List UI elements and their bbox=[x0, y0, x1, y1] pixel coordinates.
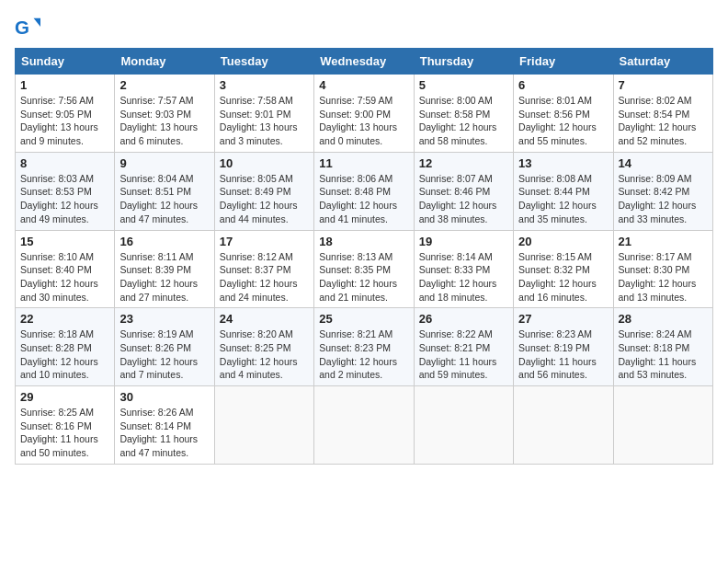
calendar-header-wednesday: Wednesday bbox=[314, 49, 414, 75]
cell-info: Sunrise: 8:04 AM Sunset: 8:51 PM Dayligh… bbox=[119, 172, 209, 226]
calendar-header-monday: Monday bbox=[115, 49, 214, 75]
calendar-cell: 21 Sunrise: 8:17 AM Sunset: 8:30 PM Dayl… bbox=[613, 230, 712, 308]
calendar-header-row: SundayMondayTuesdayWednesdayThursdayFrid… bbox=[16, 49, 713, 75]
cell-info: Sunrise: 8:18 AM Sunset: 8:28 PM Dayligh… bbox=[20, 327, 109, 382]
cell-day-number: 24 bbox=[220, 312, 309, 326]
calendar-cell: 28 Sunrise: 8:24 AM Sunset: 8:18 PM Dayl… bbox=[613, 308, 712, 386]
cell-info: Sunrise: 7:56 AM Sunset: 9:05 PM Dayligh… bbox=[20, 94, 109, 148]
cell-info: Sunrise: 8:25 AM Sunset: 8:16 PM Dayligh… bbox=[20, 406, 109, 460]
cell-info: Sunrise: 8:08 AM Sunset: 8:44 PM Dayligh… bbox=[518, 172, 608, 226]
cell-info: Sunrise: 8:24 AM Sunset: 8:18 PM Dayligh… bbox=[619, 327, 708, 382]
calendar-cell: 25 Sunrise: 8:21 AM Sunset: 8:23 PM Dayl… bbox=[314, 308, 414, 386]
calendar-cell: 15 Sunrise: 8:10 AM Sunset: 8:40 PM Dayl… bbox=[16, 230, 115, 308]
cell-day-number: 5 bbox=[419, 78, 508, 92]
cell-day-number: 17 bbox=[220, 235, 309, 248]
cell-info: Sunrise: 8:10 AM Sunset: 8:40 PM Dayligh… bbox=[20, 250, 109, 304]
cell-info: Sunrise: 8:07 AM Sunset: 8:46 PM Dayligh… bbox=[419, 172, 508, 226]
calendar-cell: 18 Sunrise: 8:13 AM Sunset: 8:35 PM Dayl… bbox=[314, 230, 414, 308]
cell-info: Sunrise: 8:26 AM Sunset: 8:14 PM Dayligh… bbox=[119, 406, 209, 460]
calendar-week-row: 29 Sunrise: 8:25 AM Sunset: 8:16 PM Dayl… bbox=[16, 386, 713, 465]
cell-day-number: 6 bbox=[518, 78, 608, 92]
cell-day-number: 14 bbox=[619, 156, 708, 170]
calendar-header-thursday: Thursday bbox=[414, 49, 513, 75]
calendar-cell: 23 Sunrise: 8:19 AM Sunset: 8:26 PM Dayl… bbox=[115, 308, 214, 386]
calendar-cell: 26 Sunrise: 8:22 AM Sunset: 8:21 PM Dayl… bbox=[414, 308, 513, 386]
logo-icon: G bbox=[15, 15, 40, 40]
calendar-week-row: 15 Sunrise: 8:10 AM Sunset: 8:40 PM Dayl… bbox=[16, 230, 713, 308]
calendar-header-sunday: Sunday bbox=[16, 49, 115, 75]
cell-day-number: 1 bbox=[20, 78, 109, 92]
calendar-cell: 12 Sunrise: 8:07 AM Sunset: 8:46 PM Dayl… bbox=[414, 152, 513, 230]
calendar-cell bbox=[514, 386, 613, 465]
cell-day-number: 18 bbox=[319, 235, 408, 248]
cell-info: Sunrise: 7:59 AM Sunset: 9:00 PM Dayligh… bbox=[319, 94, 408, 148]
cell-day-number: 22 bbox=[20, 312, 109, 326]
cell-day-number: 26 bbox=[419, 312, 508, 326]
cell-info: Sunrise: 8:05 AM Sunset: 8:49 PM Dayligh… bbox=[220, 172, 309, 226]
calendar-cell: 19 Sunrise: 8:14 AM Sunset: 8:33 PM Dayl… bbox=[414, 230, 513, 308]
calendar-cell: 10 Sunrise: 8:05 AM Sunset: 8:49 PM Dayl… bbox=[214, 152, 313, 230]
cell-day-number: 9 bbox=[119, 156, 209, 170]
calendar-table: SundayMondayTuesdayWednesdayThursdayFrid… bbox=[15, 48, 713, 465]
cell-day-number: 23 bbox=[119, 312, 209, 326]
cell-info: Sunrise: 8:13 AM Sunset: 8:35 PM Dayligh… bbox=[319, 250, 408, 304]
calendar-cell: 13 Sunrise: 8:08 AM Sunset: 8:44 PM Dayl… bbox=[514, 152, 613, 230]
calendar-cell: 14 Sunrise: 8:09 AM Sunset: 8:42 PM Dayl… bbox=[613, 152, 712, 230]
calendar-week-row: 1 Sunrise: 7:56 AM Sunset: 9:05 PM Dayli… bbox=[16, 75, 713, 153]
cell-info: Sunrise: 8:19 AM Sunset: 8:26 PM Dayligh… bbox=[119, 327, 209, 382]
calendar-cell: 1 Sunrise: 7:56 AM Sunset: 9:05 PM Dayli… bbox=[16, 75, 115, 153]
calendar-cell: 30 Sunrise: 8:26 AM Sunset: 8:14 PM Dayl… bbox=[115, 386, 214, 465]
calendar-cell bbox=[314, 386, 414, 465]
cell-info: Sunrise: 8:03 AM Sunset: 8:53 PM Dayligh… bbox=[20, 172, 109, 226]
cell-info: Sunrise: 8:14 AM Sunset: 8:33 PM Dayligh… bbox=[419, 250, 508, 304]
calendar-cell: 24 Sunrise: 8:20 AM Sunset: 8:25 PM Dayl… bbox=[214, 308, 313, 386]
calendar-header-saturday: Saturday bbox=[613, 49, 712, 75]
cell-day-number: 13 bbox=[518, 156, 608, 170]
calendar-cell: 17 Sunrise: 8:12 AM Sunset: 8:37 PM Dayl… bbox=[214, 230, 313, 308]
cell-day-number: 2 bbox=[119, 78, 209, 92]
cell-day-number: 29 bbox=[20, 390, 109, 404]
calendar-cell: 16 Sunrise: 8:11 AM Sunset: 8:39 PM Dayl… bbox=[115, 230, 214, 308]
cell-info: Sunrise: 8:06 AM Sunset: 8:48 PM Dayligh… bbox=[319, 172, 408, 226]
calendar-cell: 7 Sunrise: 8:02 AM Sunset: 8:54 PM Dayli… bbox=[613, 75, 712, 153]
cell-info: Sunrise: 8:12 AM Sunset: 8:37 PM Dayligh… bbox=[220, 250, 309, 304]
cell-info: Sunrise: 8:23 AM Sunset: 8:19 PM Dayligh… bbox=[518, 327, 608, 382]
cell-day-number: 19 bbox=[419, 235, 508, 248]
calendar-cell: 5 Sunrise: 8:00 AM Sunset: 8:58 PM Dayli… bbox=[414, 75, 513, 153]
calendar-cell bbox=[214, 386, 313, 465]
cell-day-number: 28 bbox=[619, 312, 708, 326]
cell-info: Sunrise: 8:01 AM Sunset: 8:56 PM Dayligh… bbox=[518, 94, 608, 148]
calendar-week-row: 8 Sunrise: 8:03 AM Sunset: 8:53 PM Dayli… bbox=[16, 152, 713, 230]
cell-info: Sunrise: 8:11 AM Sunset: 8:39 PM Dayligh… bbox=[119, 250, 209, 304]
cell-info: Sunrise: 7:58 AM Sunset: 9:01 PM Dayligh… bbox=[220, 94, 309, 148]
calendar-cell bbox=[414, 386, 513, 465]
calendar-cell: 22 Sunrise: 8:18 AM Sunset: 8:28 PM Dayl… bbox=[16, 308, 115, 386]
cell-day-number: 25 bbox=[319, 312, 408, 326]
cell-info: Sunrise: 8:00 AM Sunset: 8:58 PM Dayligh… bbox=[419, 94, 508, 148]
cell-info: Sunrise: 8:17 AM Sunset: 8:30 PM Dayligh… bbox=[619, 250, 708, 304]
calendar-cell: 3 Sunrise: 7:58 AM Sunset: 9:01 PM Dayli… bbox=[214, 75, 313, 153]
calendar-cell bbox=[613, 386, 712, 465]
calendar-header-tuesday: Tuesday bbox=[214, 49, 313, 75]
logo: G bbox=[15, 15, 44, 40]
cell-day-number: 7 bbox=[619, 78, 708, 92]
calendar-week-row: 22 Sunrise: 8:18 AM Sunset: 8:28 PM Dayl… bbox=[16, 308, 713, 386]
cell-info: Sunrise: 8:21 AM Sunset: 8:23 PM Dayligh… bbox=[319, 327, 408, 382]
cell-day-number: 27 bbox=[518, 312, 608, 326]
cell-info: Sunrise: 8:20 AM Sunset: 8:25 PM Dayligh… bbox=[220, 327, 309, 382]
calendar-cell: 8 Sunrise: 8:03 AM Sunset: 8:53 PM Dayli… bbox=[16, 152, 115, 230]
cell-day-number: 20 bbox=[518, 235, 608, 248]
cell-day-number: 8 bbox=[20, 156, 109, 170]
calendar-cell: 2 Sunrise: 7:57 AM Sunset: 9:03 PM Dayli… bbox=[115, 75, 214, 153]
cell-info: Sunrise: 8:15 AM Sunset: 8:32 PM Dayligh… bbox=[518, 250, 608, 304]
cell-day-number: 3 bbox=[220, 78, 309, 92]
calendar-cell: 6 Sunrise: 8:01 AM Sunset: 8:56 PM Dayli… bbox=[514, 75, 613, 153]
calendar-header-friday: Friday bbox=[514, 49, 613, 75]
cell-day-number: 30 bbox=[119, 390, 209, 404]
cell-info: Sunrise: 8:09 AM Sunset: 8:42 PM Dayligh… bbox=[619, 172, 708, 226]
calendar-cell: 20 Sunrise: 8:15 AM Sunset: 8:32 PM Dayl… bbox=[514, 230, 613, 308]
cell-day-number: 4 bbox=[319, 78, 408, 92]
cell-info: Sunrise: 8:22 AM Sunset: 8:21 PM Dayligh… bbox=[419, 327, 508, 382]
calendar-cell: 9 Sunrise: 8:04 AM Sunset: 8:51 PM Dayli… bbox=[115, 152, 214, 230]
cell-day-number: 21 bbox=[619, 235, 708, 248]
